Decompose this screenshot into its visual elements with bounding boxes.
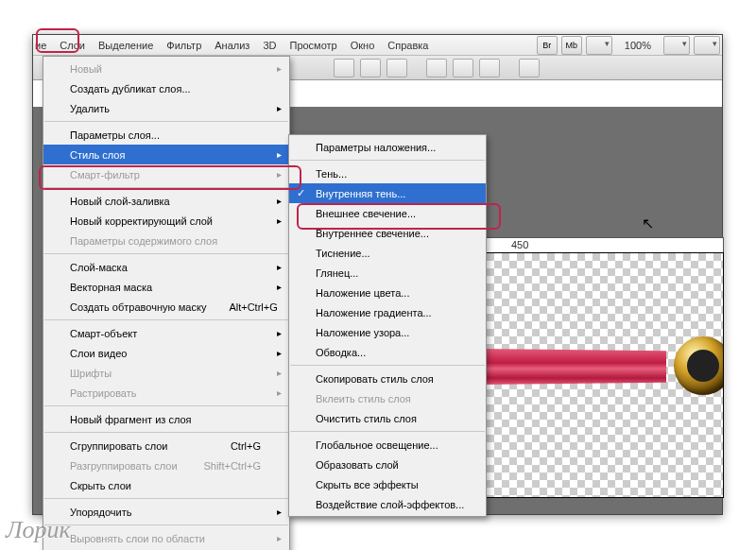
menu-item[interactable]: ✓Внутренняя тень... <box>289 183 486 203</box>
menu-item[interactable]: Новый корректирующий слой <box>43 211 289 231</box>
align-icon[interactable] <box>387 59 407 77</box>
menu-item: Разгруппировать слоиShift+Ctrl+G <box>43 455 289 475</box>
menu-item[interactable]: 3D <box>256 37 283 54</box>
menu-item[interactable]: Векторная маска <box>43 277 289 297</box>
align-icon[interactable] <box>334 59 354 77</box>
menu-item[interactable]: Воздействие слой-эффектов... <box>289 494 486 514</box>
menu-item: Шрифты <box>43 363 289 383</box>
menu-item[interactable]: ие <box>35 37 53 54</box>
menu-item[interactable]: Удалить <box>43 98 289 118</box>
menu-item[interactable]: Обводка... <box>289 342 486 362</box>
align-icon[interactable] <box>360 59 381 77</box>
menu-item[interactable]: Наложение градиента... <box>289 302 486 322</box>
menu-layers[interactable]: Слои <box>53 37 92 54</box>
arrange-icon[interactable] <box>519 59 540 77</box>
menu-item[interactable]: Сгруппировать слоиCtrl+G <box>43 436 289 455</box>
menubar: ие Слои Выделение Фильтр Анализ 3D Просм… <box>33 35 722 56</box>
menu-item[interactable]: Наложение узора... <box>289 322 486 342</box>
menu-item: Выровнять слои по области <box>43 528 289 548</box>
menu-item[interactable]: Наложение цвета... <box>289 283 486 302</box>
menu-item[interactable]: Скрыть все эффекты <box>289 474 486 494</box>
menu-item: Растрировать <box>43 383 289 403</box>
menu-item[interactable]: Слой-маска <box>43 257 289 277</box>
menu-item[interactable]: Тиснение... <box>289 243 486 263</box>
color-drop[interactable] <box>663 36 690 55</box>
mb-icon[interactable]: Mb <box>561 36 582 55</box>
menu-item[interactable]: Внутреннее свечение... <box>289 223 486 243</box>
menu-item[interactable]: Создать дубликат слоя... <box>43 78 289 98</box>
cursor-icon: ↖ <box>642 215 654 232</box>
menu-item[interactable]: Справка <box>381 37 435 54</box>
menu-item[interactable]: Новый фрагмент из слоя <box>43 409 289 429</box>
menu-item[interactable]: Стиль слоя <box>43 145 289 164</box>
menu-item[interactable]: Выделение <box>92 37 160 54</box>
watermark: Лорик <box>6 516 71 544</box>
menu-item[interactable]: Фильтр <box>160 37 208 54</box>
distribute-icon[interactable] <box>479 59 500 77</box>
menu-item: Новый <box>43 59 289 78</box>
zoom-level[interactable]: 100% <box>618 37 658 54</box>
menu-item[interactable]: Упорядочить <box>43 502 289 522</box>
menu-item[interactable]: Окно <box>344 37 382 54</box>
menu-item[interactable]: Внешнее свечение... <box>289 203 486 223</box>
menu-item[interactable]: Новый слой-заливка <box>43 191 289 211</box>
menu-item[interactable]: Создать обтравочную маскуAlt+Ctrl+G <box>43 297 289 317</box>
view-mode-drop[interactable] <box>586 36 612 55</box>
menu-item[interactable]: Скрыть слои <box>43 475 289 495</box>
menu-item[interactable]: Анализ <box>208 37 256 54</box>
menu-item[interactable]: Смарт-объект <box>43 323 289 343</box>
layers-menu: НовыйСоздать дубликат слоя...УдалитьПара… <box>43 56 290 550</box>
menu-item[interactable]: Скопировать стиль слоя <box>289 369 486 388</box>
menu-item[interactable]: Слои видео <box>43 343 289 363</box>
menu-item: Параметры содержимого слоя <box>43 231 289 250</box>
app-window: ие Слои Выделение Фильтр Анализ 3D Просм… <box>32 34 723 515</box>
distribute-icon[interactable] <box>426 59 447 77</box>
menu-item[interactable]: Глобальное освещение... <box>289 435 486 455</box>
menu-item: Смарт-фильтр <box>43 164 289 184</box>
menu-item[interactable]: Глянец... <box>289 263 486 283</box>
menu-item[interactable]: Образовать слой <box>289 455 486 474</box>
menu-item[interactable]: Параметры наложения... <box>289 137 486 157</box>
menu-item[interactable]: Очистить стиль слоя <box>289 408 486 428</box>
screen-drop[interactable] <box>694 36 720 55</box>
layer-style-submenu: Параметры наложения...Тень...✓Внутренняя… <box>288 134 487 517</box>
menu-item[interactable]: Параметры слоя... <box>43 125 289 145</box>
distribute-icon[interactable] <box>453 59 473 77</box>
menu-item[interactable]: Просмотр <box>283 37 343 54</box>
bridge-icon[interactable]: Br <box>537 36 558 55</box>
menu-item[interactable]: Тень... <box>289 163 486 183</box>
ring-shape <box>674 336 724 395</box>
menu-item: Вклеить стиль слоя <box>289 388 486 408</box>
